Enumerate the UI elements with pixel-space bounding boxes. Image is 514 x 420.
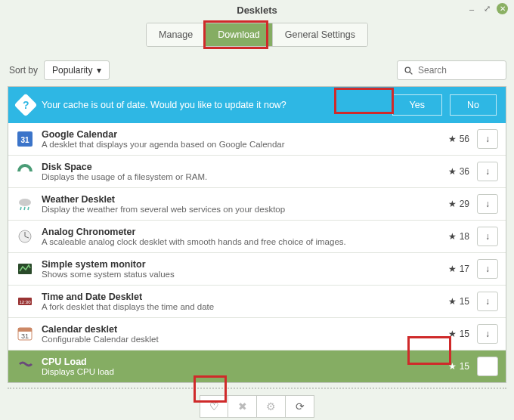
- item-name: CPU Load: [42, 357, 429, 367]
- item-desc: Display the weather from several web ser…: [42, 205, 429, 214]
- download-button[interactable]: ↓: [477, 292, 498, 311]
- clock-icon: [16, 227, 34, 246]
- monitor-icon: [16, 260, 34, 278]
- list-item[interactable]: Disk SpaceDisplays the usage of a filesy…: [8, 156, 506, 188]
- download-button[interactable]: ↓: [477, 129, 498, 149]
- item-desc: A scaleable analog clock desklet with sm…: [42, 237, 429, 246]
- item-name: Time and Date Desklet: [42, 292, 429, 302]
- item-desc: Shows some system status values: [42, 270, 429, 279]
- item-desc: Displays CPU load: [42, 367, 429, 376]
- refresh-icon: ⟳: [296, 400, 305, 412]
- item-desc: A desklet that displays your agenda base…: [42, 140, 429, 149]
- star-count: ★17: [436, 264, 469, 274]
- item-desc: Configurable Calendar desklet: [42, 335, 429, 344]
- download-icon: ↓: [485, 166, 490, 177]
- star-count: ★15: [436, 329, 469, 339]
- remove-icon: ✖: [238, 400, 247, 412]
- star-icon: ★: [448, 296, 457, 307]
- search-icon: [404, 66, 413, 76]
- star-count: ★56: [436, 134, 469, 144]
- window-title: Desklets: [237, 5, 277, 16]
- download-button[interactable]: ↓: [477, 324, 498, 344]
- close-button[interactable]: ✕: [497, 3, 508, 14]
- download-button[interactable]: ↓: [477, 162, 498, 181]
- calendar2-icon: 31: [16, 325, 34, 343]
- star-icon: ★: [448, 361, 457, 372]
- svg-point-4: [19, 199, 31, 206]
- download-icon: ↓: [485, 199, 490, 209]
- download-icon: ↓: [485, 231, 490, 242]
- list-item[interactable]: 12:30 Time and Date DeskletA fork deskle…: [8, 286, 506, 318]
- minimize-button[interactable]: –: [466, 4, 477, 14]
- item-name: Weather Desklet: [42, 194, 429, 205]
- list-item[interactable]: Simple system monitorShows some system s…: [8, 253, 506, 286]
- gear-icon: ⚙: [266, 400, 276, 412]
- download-button[interactable]: ↓: [477, 259, 498, 279]
- svg-line-6: [24, 207, 25, 210]
- download-button[interactable]: ↓: [477, 227, 498, 246]
- window-controls: – ⤢ ✕: [466, 3, 508, 14]
- list-item[interactable]: 31 Google CalendarA desklet that display…: [8, 123, 506, 156]
- star-icon: ★: [448, 166, 457, 177]
- svg-line-7: [28, 207, 29, 210]
- svg-line-5: [20, 207, 21, 210]
- item-name: Analog Chronometer: [42, 227, 429, 237]
- bulb-icon: ♡: [209, 400, 219, 412]
- star-count: ★29: [436, 199, 469, 209]
- star-icon: ★: [448, 134, 457, 144]
- download-icon: ↓: [485, 329, 490, 339]
- svg-point-0: [405, 67, 410, 73]
- no-button[interactable]: No: [450, 94, 497, 116]
- sort-label: Sort by: [8, 65, 38, 76]
- time-icon: 12:30: [16, 292, 34, 310]
- search-input[interactable]: [418, 65, 514, 76]
- tab-general-settings[interactable]: General Settings: [273, 23, 367, 46]
- cpu-icon: [16, 357, 34, 375]
- disk-icon: [16, 162, 34, 181]
- tab-download[interactable]: Download: [206, 23, 273, 46]
- calendar-icon: 31: [16, 130, 34, 148]
- search-box[interactable]: [397, 60, 506, 80]
- item-name: Google Calendar: [42, 129, 429, 140]
- question-icon: ?: [14, 93, 37, 116]
- chevron-down-icon: ▾: [97, 65, 101, 76]
- item-desc: Displays the usage of a filesystem or RA…: [42, 172, 429, 181]
- download-icon: ↓: [485, 134, 490, 144]
- titlebar: Desklets – ⤢ ✕: [0, 0, 514, 20]
- svg-line-1: [410, 72, 412, 74]
- download-icon: ↓: [485, 296, 490, 307]
- bottom-toolbar: ♡ ✖ ⚙ ⟳: [8, 388, 506, 418]
- star-icon: ★: [448, 231, 457, 242]
- star-count: ★15: [436, 361, 469, 372]
- refresh-button[interactable]: ⟳: [286, 395, 314, 418]
- item-name: Calendar desklet: [42, 324, 429, 335]
- item-name: Disk Space: [42, 162, 429, 172]
- settings-button: ⚙: [257, 395, 286, 418]
- star-count: ★15: [436, 296, 469, 307]
- item-desc: A fork desklet that displays the time an…: [42, 302, 429, 311]
- download-icon: ↓: [485, 264, 490, 274]
- svg-rect-15: [18, 328, 32, 332]
- tab-manage[interactable]: Manage: [147, 23, 206, 46]
- list-item[interactable]: Weather DeskletDisplay the weather from …: [8, 188, 506, 221]
- cache-message: Your cache is out of date. Would you lik…: [42, 100, 385, 110]
- yes-button[interactable]: Yes: [392, 94, 442, 116]
- svg-text:12:30: 12:30: [19, 300, 31, 304]
- list-item-selected[interactable]: CPU LoadDisplays CPU load ★15 ↓: [8, 351, 506, 382]
- download-button[interactable]: ↓: [477, 357, 498, 376]
- tabbar: Manage Download General Settings: [0, 20, 514, 54]
- list-item[interactable]: Analog ChronometerA scaleable analog clo…: [8, 221, 506, 253]
- sort-row: Sort by Popularity ▾: [8, 54, 506, 86]
- svg-text:31: 31: [20, 136, 29, 144]
- list-item[interactable]: 31 Calendar deskletConfigurable Calendar…: [8, 318, 506, 351]
- star-icon: ★: [448, 199, 457, 209]
- tab-group: Manage Download General Settings: [146, 23, 368, 47]
- desklet-list: 31 Google CalendarA desklet that display…: [8, 123, 506, 383]
- info-button[interactable]: ♡: [200, 395, 228, 418]
- download-icon: ↓: [485, 361, 490, 372]
- remove-button: ✖: [228, 395, 257, 418]
- sort-select[interactable]: Popularity ▾: [44, 60, 110, 80]
- item-name: Simple system monitor: [42, 259, 429, 270]
- download-button[interactable]: ↓: [477, 194, 498, 214]
- maximize-button[interactable]: ⤢: [481, 4, 492, 14]
